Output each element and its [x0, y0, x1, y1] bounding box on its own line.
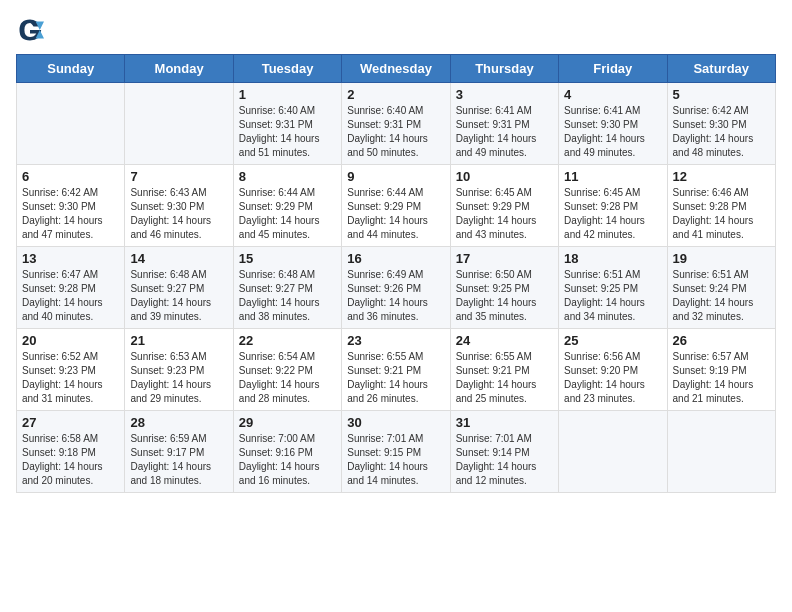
calendar-cell: 23Sunrise: 6:55 AM Sunset: 9:21 PM Dayli… — [342, 329, 450, 411]
day-info: Sunrise: 6:55 AM Sunset: 9:21 PM Dayligh… — [347, 350, 444, 406]
calendar-cell: 25Sunrise: 6:56 AM Sunset: 9:20 PM Dayli… — [559, 329, 667, 411]
logo-icon — [16, 16, 44, 44]
day-info: Sunrise: 6:49 AM Sunset: 9:26 PM Dayligh… — [347, 268, 444, 324]
weekday-header-thursday: Thursday — [450, 55, 558, 83]
calendar-cell: 16Sunrise: 6:49 AM Sunset: 9:26 PM Dayli… — [342, 247, 450, 329]
day-info: Sunrise: 6:46 AM Sunset: 9:28 PM Dayligh… — [673, 186, 770, 242]
day-number: 25 — [564, 333, 661, 348]
day-number: 17 — [456, 251, 553, 266]
page-header — [16, 16, 776, 44]
calendar-cell: 2Sunrise: 6:40 AM Sunset: 9:31 PM Daylig… — [342, 83, 450, 165]
day-info: Sunrise: 6:41 AM Sunset: 9:31 PM Dayligh… — [456, 104, 553, 160]
calendar-week-row: 1Sunrise: 6:40 AM Sunset: 9:31 PM Daylig… — [17, 83, 776, 165]
weekday-header-saturday: Saturday — [667, 55, 775, 83]
calendar-cell: 3Sunrise: 6:41 AM Sunset: 9:31 PM Daylig… — [450, 83, 558, 165]
day-info: Sunrise: 6:42 AM Sunset: 9:30 PM Dayligh… — [22, 186, 119, 242]
day-info: Sunrise: 6:57 AM Sunset: 9:19 PM Dayligh… — [673, 350, 770, 406]
day-number: 26 — [673, 333, 770, 348]
calendar-cell: 6Sunrise: 6:42 AM Sunset: 9:30 PM Daylig… — [17, 165, 125, 247]
day-number: 14 — [130, 251, 227, 266]
day-number: 24 — [456, 333, 553, 348]
calendar-cell: 1Sunrise: 6:40 AM Sunset: 9:31 PM Daylig… — [233, 83, 341, 165]
day-number: 13 — [22, 251, 119, 266]
calendar-cell: 31Sunrise: 7:01 AM Sunset: 9:14 PM Dayli… — [450, 411, 558, 493]
day-number: 22 — [239, 333, 336, 348]
day-number: 1 — [239, 87, 336, 102]
day-info: Sunrise: 6:59 AM Sunset: 9:17 PM Dayligh… — [130, 432, 227, 488]
day-info: Sunrise: 6:54 AM Sunset: 9:22 PM Dayligh… — [239, 350, 336, 406]
day-number: 28 — [130, 415, 227, 430]
day-number: 23 — [347, 333, 444, 348]
weekday-header-sunday: Sunday — [17, 55, 125, 83]
day-info: Sunrise: 6:40 AM Sunset: 9:31 PM Dayligh… — [347, 104, 444, 160]
day-number: 15 — [239, 251, 336, 266]
weekday-header-row: SundayMondayTuesdayWednesdayThursdayFrid… — [17, 55, 776, 83]
calendar-cell: 13Sunrise: 6:47 AM Sunset: 9:28 PM Dayli… — [17, 247, 125, 329]
calendar-cell: 10Sunrise: 6:45 AM Sunset: 9:29 PM Dayli… — [450, 165, 558, 247]
day-info: Sunrise: 6:58 AM Sunset: 9:18 PM Dayligh… — [22, 432, 119, 488]
weekday-header-wednesday: Wednesday — [342, 55, 450, 83]
day-info: Sunrise: 7:01 AM Sunset: 9:14 PM Dayligh… — [456, 432, 553, 488]
calendar-week-row: 20Sunrise: 6:52 AM Sunset: 9:23 PM Dayli… — [17, 329, 776, 411]
day-number: 3 — [456, 87, 553, 102]
calendar-cell — [17, 83, 125, 165]
day-info: Sunrise: 6:51 AM Sunset: 9:24 PM Dayligh… — [673, 268, 770, 324]
day-number: 18 — [564, 251, 661, 266]
day-info: Sunrise: 6:42 AM Sunset: 9:30 PM Dayligh… — [673, 104, 770, 160]
day-number: 8 — [239, 169, 336, 184]
logo — [16, 16, 46, 44]
calendar-cell: 27Sunrise: 6:58 AM Sunset: 9:18 PM Dayli… — [17, 411, 125, 493]
calendar-cell: 22Sunrise: 6:54 AM Sunset: 9:22 PM Dayli… — [233, 329, 341, 411]
day-number: 20 — [22, 333, 119, 348]
calendar-cell: 8Sunrise: 6:44 AM Sunset: 9:29 PM Daylig… — [233, 165, 341, 247]
day-info: Sunrise: 7:01 AM Sunset: 9:15 PM Dayligh… — [347, 432, 444, 488]
calendar-cell: 19Sunrise: 6:51 AM Sunset: 9:24 PM Dayli… — [667, 247, 775, 329]
day-number: 12 — [673, 169, 770, 184]
day-info: Sunrise: 6:53 AM Sunset: 9:23 PM Dayligh… — [130, 350, 227, 406]
day-number: 11 — [564, 169, 661, 184]
day-info: Sunrise: 6:44 AM Sunset: 9:29 PM Dayligh… — [239, 186, 336, 242]
weekday-header-friday: Friday — [559, 55, 667, 83]
day-number: 30 — [347, 415, 444, 430]
day-number: 10 — [456, 169, 553, 184]
calendar-cell: 21Sunrise: 6:53 AM Sunset: 9:23 PM Dayli… — [125, 329, 233, 411]
calendar-cell: 30Sunrise: 7:01 AM Sunset: 9:15 PM Dayli… — [342, 411, 450, 493]
day-number: 27 — [22, 415, 119, 430]
day-info: Sunrise: 6:52 AM Sunset: 9:23 PM Dayligh… — [22, 350, 119, 406]
day-info: Sunrise: 6:56 AM Sunset: 9:20 PM Dayligh… — [564, 350, 661, 406]
calendar-cell: 9Sunrise: 6:44 AM Sunset: 9:29 PM Daylig… — [342, 165, 450, 247]
calendar-cell: 4Sunrise: 6:41 AM Sunset: 9:30 PM Daylig… — [559, 83, 667, 165]
day-number: 5 — [673, 87, 770, 102]
day-number: 4 — [564, 87, 661, 102]
day-info: Sunrise: 6:43 AM Sunset: 9:30 PM Dayligh… — [130, 186, 227, 242]
day-info: Sunrise: 6:48 AM Sunset: 9:27 PM Dayligh… — [239, 268, 336, 324]
calendar-cell: 17Sunrise: 6:50 AM Sunset: 9:25 PM Dayli… — [450, 247, 558, 329]
day-number: 21 — [130, 333, 227, 348]
calendar-cell: 7Sunrise: 6:43 AM Sunset: 9:30 PM Daylig… — [125, 165, 233, 247]
day-info: Sunrise: 6:51 AM Sunset: 9:25 PM Dayligh… — [564, 268, 661, 324]
calendar-week-row: 13Sunrise: 6:47 AM Sunset: 9:28 PM Dayli… — [17, 247, 776, 329]
day-info: Sunrise: 6:55 AM Sunset: 9:21 PM Dayligh… — [456, 350, 553, 406]
day-info: Sunrise: 6:45 AM Sunset: 9:28 PM Dayligh… — [564, 186, 661, 242]
day-info: Sunrise: 6:50 AM Sunset: 9:25 PM Dayligh… — [456, 268, 553, 324]
day-info: Sunrise: 6:40 AM Sunset: 9:31 PM Dayligh… — [239, 104, 336, 160]
calendar-cell — [667, 411, 775, 493]
day-number: 7 — [130, 169, 227, 184]
calendar-cell — [559, 411, 667, 493]
calendar-table: SundayMondayTuesdayWednesdayThursdayFrid… — [16, 54, 776, 493]
weekday-header-tuesday: Tuesday — [233, 55, 341, 83]
day-number: 29 — [239, 415, 336, 430]
calendar-cell: 15Sunrise: 6:48 AM Sunset: 9:27 PM Dayli… — [233, 247, 341, 329]
calendar-cell: 5Sunrise: 6:42 AM Sunset: 9:30 PM Daylig… — [667, 83, 775, 165]
day-number: 19 — [673, 251, 770, 266]
calendar-cell: 11Sunrise: 6:45 AM Sunset: 9:28 PM Dayli… — [559, 165, 667, 247]
day-number: 16 — [347, 251, 444, 266]
calendar-cell: 26Sunrise: 6:57 AM Sunset: 9:19 PM Dayli… — [667, 329, 775, 411]
day-info: Sunrise: 7:00 AM Sunset: 9:16 PM Dayligh… — [239, 432, 336, 488]
calendar-cell: 12Sunrise: 6:46 AM Sunset: 9:28 PM Dayli… — [667, 165, 775, 247]
calendar-cell: 28Sunrise: 6:59 AM Sunset: 9:17 PM Dayli… — [125, 411, 233, 493]
calendar-week-row: 27Sunrise: 6:58 AM Sunset: 9:18 PM Dayli… — [17, 411, 776, 493]
day-number: 31 — [456, 415, 553, 430]
calendar-cell: 20Sunrise: 6:52 AM Sunset: 9:23 PM Dayli… — [17, 329, 125, 411]
day-info: Sunrise: 6:47 AM Sunset: 9:28 PM Dayligh… — [22, 268, 119, 324]
